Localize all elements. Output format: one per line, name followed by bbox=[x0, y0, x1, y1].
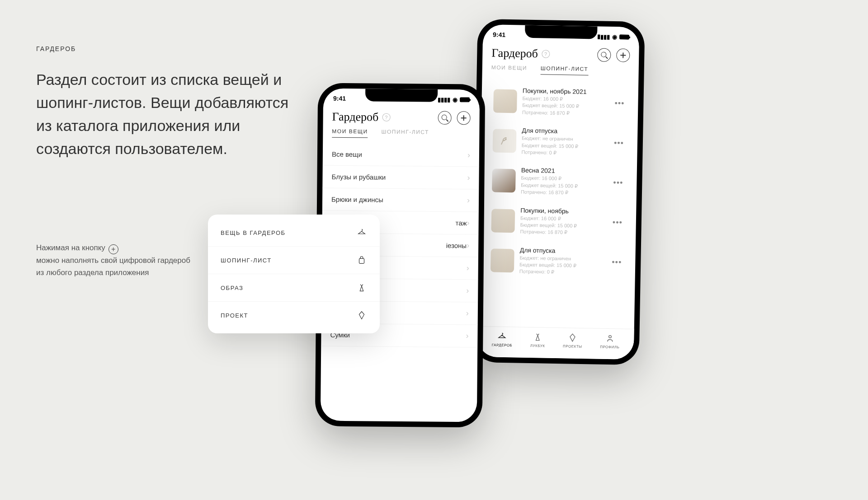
card-info: Для отпускаБюджет: не ограниченБюджет ве… bbox=[521, 127, 607, 157]
search-button[interactable] bbox=[597, 48, 611, 62]
shopping-card[interactable]: Весна 2021Бюджет: 16 000 ₽Бюджет вещей: … bbox=[486, 163, 632, 201]
phone-mockup-shopping: 9:41 ▮▮▮▮ ◉ Гардероб ? МОИ ВЕЩИ ШОПИНГ-Л… bbox=[472, 19, 645, 365]
plus-icon-inline: + bbox=[108, 244, 118, 254]
shopping-card[interactable]: Покупки, ноябрьБюджет: 16 000 ₽Бюджет ве… bbox=[485, 202, 631, 241]
card-thumbnail bbox=[491, 248, 514, 272]
tab-shopping-list[interactable]: ШОПИНГ-ЛИСТ bbox=[381, 129, 429, 139]
card-title: Для отпуска bbox=[522, 127, 607, 136]
help-icon[interactable]: ? bbox=[382, 113, 390, 121]
card-info: Для отпускаБюджет: не ограниченБюджет ве… bbox=[519, 246, 605, 276]
status-time: 9:41 bbox=[333, 95, 346, 102]
tabbar-lookbook[interactable]: ЛУКБУК bbox=[530, 332, 545, 348]
tabbar-profile[interactable]: ПРОФИЛЬ bbox=[600, 333, 620, 350]
tab-my-items[interactable]: МОИ ВЕЩИ bbox=[332, 128, 368, 138]
chevron-right-icon: › bbox=[467, 150, 470, 160]
more-icon[interactable]: ••• bbox=[611, 178, 625, 188]
card-spent: Потрачено: 16 870 ₽ bbox=[521, 189, 606, 197]
battery-icon bbox=[619, 34, 629, 39]
more-icon[interactable]: ••• bbox=[611, 218, 624, 228]
phone-notch bbox=[365, 89, 438, 102]
card-title: Для отпуска bbox=[520, 246, 605, 255]
dress-icon bbox=[533, 332, 542, 342]
bag-icon bbox=[356, 255, 367, 266]
more-icon[interactable]: ••• bbox=[612, 138, 626, 148]
popup-item-look[interactable]: ОБРАЗ bbox=[208, 274, 380, 302]
dress-icon bbox=[356, 282, 367, 293]
hanger-icon bbox=[497, 332, 507, 341]
diamond-icon bbox=[568, 332, 578, 342]
battery-icon bbox=[460, 97, 470, 102]
card-thumbnail bbox=[493, 129, 517, 153]
card-title: Покупки, ноябрь 2021 bbox=[523, 87, 608, 96]
card-spent: Потрачено: 16 870 ₽ bbox=[520, 229, 605, 237]
card-info: Покупки, ноябрь 2021Бюджет: 16 000 ₽Бюдж… bbox=[522, 87, 608, 117]
tabbar-projects[interactable]: ПРОЕКТЫ bbox=[563, 332, 582, 349]
more-icon[interactable]: ••• bbox=[610, 257, 623, 267]
caption-line1: Нажимая на кнопку bbox=[36, 243, 105, 252]
list-item[interactable]: Все вещи› bbox=[323, 143, 479, 167]
card-title: Весна 2021 bbox=[521, 167, 606, 175]
chevron-right-icon: › bbox=[466, 331, 468, 341]
status-icons: ▮▮▮▮ ◉ bbox=[597, 33, 629, 40]
card-spent: Потрачено: 0 ₽ bbox=[519, 268, 604, 277]
caption-text: Нажимая на кнопку + можно наполнять свой… bbox=[36, 242, 199, 279]
caption-rest: можно наполнять свой цифровой гардероб и… bbox=[36, 256, 190, 277]
shopping-list: Покупки, ноябрь 2021Бюджет: 16 000 ₽Бюдж… bbox=[479, 83, 639, 281]
section-headline: Раздел состоит из списка вещей и шопинг-… bbox=[36, 68, 307, 160]
card-thumbnail bbox=[492, 169, 516, 193]
help-icon[interactable]: ? bbox=[542, 50, 550, 58]
shopping-card[interactable]: Для отпускаБюджет: не ограниченБюджет ве… bbox=[484, 242, 630, 281]
shopping-card[interactable]: Покупки, ноябрь 2021Бюджет: 16 000 ₽Бюдж… bbox=[487, 83, 633, 121]
bottom-tabbar: ГАРДЕРОБ ЛУКБУК ПРОЕКТЫ ПРОФИЛЬ bbox=[477, 326, 634, 360]
list-item[interactable]: Блузы и рубашки› bbox=[322, 165, 479, 189]
page-title: Гардероб bbox=[491, 46, 538, 61]
chevron-right-icon: › bbox=[467, 263, 469, 273]
card-info: Покупки, ноябрьБюджет: 16 000 ₽Бюджет ве… bbox=[520, 206, 605, 237]
card-title: Покупки, ноябрь bbox=[520, 206, 605, 215]
hanger-icon bbox=[356, 227, 367, 238]
list-item[interactable]: Брюки и джинсы› bbox=[322, 188, 479, 212]
chevron-right-icon: › bbox=[467, 196, 470, 205]
signal-icon: ▮▮▮▮ bbox=[597, 33, 610, 40]
svg-rect-1 bbox=[359, 258, 364, 263]
card-spent: Потрачено: 0 ₽ bbox=[521, 149, 606, 158]
card-info: Весна 2021Бюджет: 16 000 ₽Бюджет вещей: … bbox=[521, 167, 606, 197]
chevron-right-icon: › bbox=[467, 241, 469, 250]
phone-notch bbox=[525, 25, 597, 39]
popup-item-project[interactable]: ПРОЕКТ bbox=[208, 302, 380, 329]
add-menu-popup: ВЕЩЬ В ГАРДЕРОБ ШОПИНГ-ЛИСТ ОБРАЗ ПРОЕКТ bbox=[208, 215, 380, 333]
add-button[interactable] bbox=[616, 48, 630, 62]
more-icon[interactable]: ••• bbox=[613, 98, 626, 108]
add-button[interactable] bbox=[457, 111, 471, 125]
page-title: Гардероб bbox=[332, 110, 379, 124]
wifi-icon: ◉ bbox=[612, 33, 617, 40]
wifi-icon: ◉ bbox=[453, 96, 458, 103]
diamond-icon bbox=[356, 310, 367, 321]
popup-item-shopping[interactable]: ШОПИНГ-ЛИСТ bbox=[208, 247, 380, 274]
card-spent: Потрачено: 16 870 ₽ bbox=[522, 109, 607, 117]
chevron-right-icon: › bbox=[467, 173, 470, 182]
card-thumbnail bbox=[493, 89, 517, 113]
tabbar-wardrobe[interactable]: ГАРДЕРОБ bbox=[492, 331, 513, 347]
signal-icon: ▮▮▮▮ bbox=[438, 96, 450, 103]
chevron-right-icon: › bbox=[467, 218, 470, 228]
section-eyebrow: ГАРДЕРОБ bbox=[36, 45, 307, 52]
status-time: 9:41 bbox=[493, 31, 505, 38]
shopping-card[interactable]: Для отпускаБюджет: не ограниченБюджет ве… bbox=[486, 122, 632, 161]
svg-point-0 bbox=[609, 336, 611, 338]
chevron-right-icon: › bbox=[466, 308, 469, 318]
card-thumbnail bbox=[491, 209, 515, 233]
popup-item-wardrobe[interactable]: ВЕЩЬ В ГАРДЕРОБ bbox=[208, 219, 380, 247]
tab-shopping-list[interactable]: ШОПИНГ-ЛИСТ bbox=[541, 65, 589, 75]
profile-icon bbox=[605, 333, 615, 343]
chevron-right-icon: › bbox=[466, 286, 469, 295]
status-icons: ▮▮▮▮ ◉ bbox=[438, 96, 470, 103]
search-button[interactable] bbox=[438, 111, 452, 125]
tab-my-items[interactable]: МОИ ВЕЩИ bbox=[491, 64, 528, 74]
